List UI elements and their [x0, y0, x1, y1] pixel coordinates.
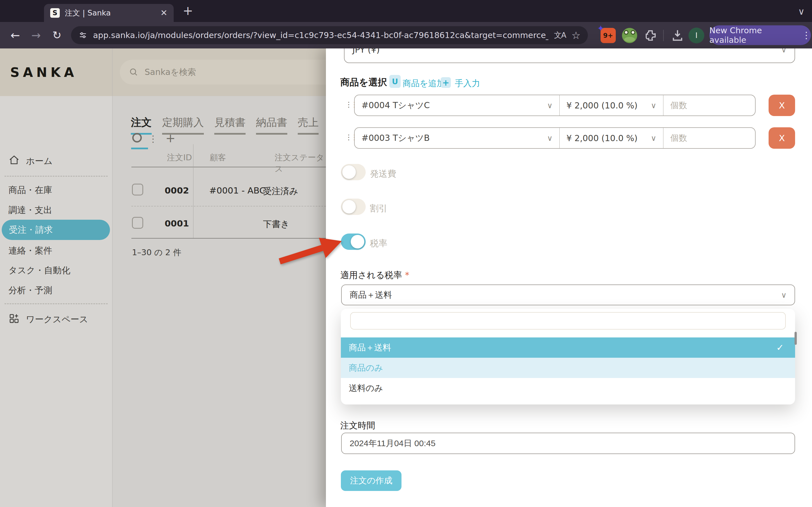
quantity-field[interactable]	[663, 95, 755, 115]
forward-icon[interactable]: →	[27, 22, 45, 48]
applied-tax-label: 適用される税率*	[340, 269, 409, 281]
favicon: S	[50, 8, 60, 18]
manual-entry-plus-icon[interactable]: +	[441, 77, 451, 88]
bookmark-star-icon[interactable]: ☆	[571, 30, 580, 41]
sidebar-divider	[4, 303, 108, 304]
sidebar-item-home[interactable]: ホーム	[8, 154, 52, 168]
create-order-button[interactable]: 注文の作成	[341, 470, 402, 491]
order-time-input[interactable]	[341, 433, 795, 454]
order-id-cell[interactable]: 0002	[165, 185, 189, 195]
sidebar-header: SANKA	[0, 48, 112, 96]
tax-option-products-only[interactable]: 商品のみ	[341, 358, 795, 378]
tax-option-shipping-only[interactable]: 送料のみ	[341, 378, 795, 398]
col-header-status[interactable]: 注文ステータス	[274, 152, 326, 175]
row-checkbox[interactable]	[132, 184, 143, 195]
tab-orders[interactable]: 注文	[131, 115, 152, 135]
toolbar-separator	[663, 30, 664, 41]
sidebar-item-label: ワークスペース	[26, 314, 88, 325]
extension-badge-icon[interactable]: ✦ 9+	[601, 28, 616, 43]
check-icon: ✓	[776, 342, 784, 353]
order-id-cell[interactable]: 0001	[165, 218, 189, 228]
browser-menu-icon[interactable]: ⋮	[802, 30, 811, 41]
col-header-order-id[interactable]: 注文ID	[167, 152, 192, 163]
sidebar-item-label: 受注・請求	[9, 224, 53, 236]
downloads-icon[interactable]	[670, 29, 684, 44]
currency-select[interactable]: JPY (¥) ∨	[344, 48, 795, 63]
site-info-icon[interactable]	[79, 31, 87, 40]
quantity-input[interactable]	[670, 133, 748, 143]
sidebar-item-orders-selected[interactable]: 受注・請求	[2, 220, 110, 240]
quantity-field[interactable]	[663, 128, 755, 148]
sidebar-item-analytics[interactable]: 分析・予測	[8, 284, 52, 296]
sidebar-item-workspace[interactable]: ワークスペース	[8, 313, 88, 326]
translate-icon[interactable]: 文A	[554, 30, 566, 40]
main-header: Sankaを検索	[112, 48, 326, 96]
profile-avatar[interactable]: I	[689, 27, 704, 43]
sidebar-item-products[interactable]: 商品・在庫	[8, 184, 52, 196]
row-checkbox[interactable]	[132, 217, 143, 229]
shipping-fee-label: 発送費	[370, 168, 396, 180]
sidebar-item-label: ホーム	[26, 155, 52, 167]
tax-rate-toggle[interactable]	[341, 233, 366, 250]
add-product-link[interactable]: 商品を追加	[403, 78, 445, 89]
view-options-kebab-icon[interactable]: ⋮	[149, 133, 158, 144]
sanka-logo[interactable]: SANKA	[10, 65, 77, 80]
link-product-icon[interactable]: U	[389, 75, 401, 88]
remove-product-button[interactable]: X	[769, 95, 795, 116]
extensions-puzzle-icon[interactable]	[644, 29, 658, 44]
col-header-customer[interactable]: 顧客	[210, 152, 226, 163]
home-icon	[8, 154, 20, 168]
product-name: #0004 TシャツC	[361, 100, 430, 111]
select-product-label: 商品を選択	[340, 76, 387, 89]
browser-toolbar: ← → ↻ app.sanka.io/ja/modules/orders/ord…	[0, 22, 812, 48]
sidebar-item-label: 調達・支出	[8, 204, 52, 216]
product-select[interactable]: #0003 TシャツB ∨	[355, 128, 560, 148]
active-view-underline	[131, 148, 148, 149]
manual-entry-link[interactable]: 手入力	[455, 78, 480, 89]
order-time-label: 注文時間	[340, 420, 375, 432]
view-tab-icon[interactable]	[132, 133, 142, 143]
new-tab-button[interactable]: +	[183, 4, 193, 17]
shipping-fee-toggle[interactable]	[341, 164, 366, 180]
screen: S 注文 | Sanka ✕ + ∨ ← → ↻ app.sanka.io/ja…	[0, 0, 812, 507]
chevron-down-icon: ∨	[781, 291, 786, 299]
tab-title: 注文 | Sanka	[65, 8, 155, 18]
chrome-update-label: New Chrome available	[709, 25, 796, 45]
dropdown-scrollbar[interactable]	[795, 332, 797, 345]
price-select[interactable]: ¥ 2,000 (10.0 %) ∨	[560, 128, 663, 148]
product-name: #0003 TシャツB	[361, 132, 430, 144]
price-select[interactable]: ¥ 2,000 (10.0 %) ∨	[560, 95, 663, 115]
status-cell[interactable]: 下書き	[263, 218, 290, 230]
quantity-input[interactable]	[670, 101, 748, 110]
product-select[interactable]: #0004 TシャツC ∨	[355, 95, 560, 115]
tab-quotes[interactable]: 見積書	[214, 115, 246, 135]
tax-search-input[interactable]	[350, 312, 786, 330]
add-view-button[interactable]: +	[165, 131, 175, 145]
url-bar[interactable]: app.sanka.io/ja/modules/orders/orders/?v…	[71, 26, 588, 44]
window-menu-chevron-icon[interactable]: ∨	[798, 6, 805, 17]
reload-icon[interactable]: ↻	[48, 22, 66, 48]
sidebar: SANKA ホーム 商品・在庫 調達・支出 受注・請求 連絡・案件 タスク・自動…	[0, 48, 112, 507]
frog-extension-icon[interactable]	[622, 28, 637, 43]
remove-product-button[interactable]: X	[769, 127, 795, 149]
back-icon[interactable]: ←	[6, 22, 24, 48]
orders-list-area: Sankaを検索 注文 定期購入 見積書 納品書 売上 ⋮ + 注文ID 顧客 …	[112, 48, 326, 507]
status-cell[interactable]: 受注済み	[263, 185, 298, 197]
browser-tab[interactable]: S 注文 | Sanka ✕	[44, 4, 174, 22]
sidebar-item-procurement[interactable]: 調達・支出	[8, 204, 52, 216]
option-label: 商品＋送料	[349, 342, 391, 353]
customer-cell[interactable]: #0001 - ABC	[209, 185, 265, 195]
sidebar-item-tasks[interactable]: タスク・自動化	[8, 265, 70, 276]
sidebar-item-contacts[interactable]: 連絡・案件	[8, 245, 52, 257]
sidebar-item-label: 分析・予測	[8, 284, 52, 296]
tax-select[interactable]: 商品＋送料 ∨	[341, 284, 795, 305]
global-search-input[interactable]: Sankaを検索	[120, 60, 326, 84]
url-text[interactable]: app.sanka.io/ja/modules/orders/orders/?v…	[93, 31, 548, 40]
chrome-update-button[interactable]: New Chrome available ⋮	[709, 25, 811, 45]
tab-close-icon[interactable]: ✕	[160, 9, 167, 17]
sidebar-divider	[4, 176, 108, 177]
tab-sales[interactable]: 売上	[298, 115, 319, 135]
tab-delivery-notes[interactable]: 納品書	[256, 115, 287, 135]
discount-toggle[interactable]	[341, 199, 366, 215]
tax-option-products-shipping[interactable]: 商品＋送料 ✓	[341, 337, 795, 358]
